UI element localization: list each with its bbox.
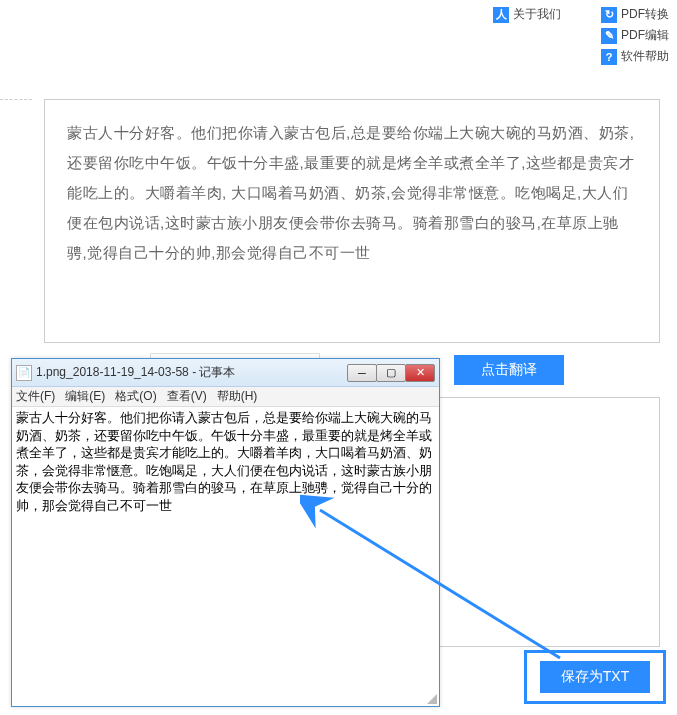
- top-button-bar: 人 关于我们 ↻ PDF转换 ✎ PDF编辑 ? 软件帮助: [493, 6, 669, 65]
- about-us-link[interactable]: 人 关于我们: [493, 6, 561, 23]
- notepad-window[interactable]: 📄 1.png_2018-11-19_14-03-58 - 记事本 ─ ▢ ✕ …: [11, 358, 440, 707]
- translate-button[interactable]: 点击翻译: [454, 355, 564, 385]
- ocr-text-panel: 蒙古人十分好客。他们把你请入蒙古包后,总是要给你端上大碗大碗的马奶酒、奶茶,还要…: [44, 99, 660, 343]
- save-as-txt-button[interactable]: 保存为TXT: [540, 661, 650, 693]
- menu-file[interactable]: 文件(F): [16, 388, 55, 405]
- pdf-convert-link[interactable]: ↻ PDF转换: [601, 6, 669, 23]
- help-link[interactable]: ? 软件帮助: [601, 48, 669, 65]
- pdf-edit-link[interactable]: ✎ PDF编辑: [601, 27, 669, 44]
- top-col-left: 人 关于我们: [493, 6, 561, 65]
- help-icon: ?: [601, 49, 617, 65]
- menu-view[interactable]: 查看(V): [167, 388, 207, 405]
- notepad-menubar: 文件(F) 编辑(E) 格式(O) 查看(V) 帮助(H): [12, 387, 439, 407]
- close-button[interactable]: ✕: [405, 364, 435, 382]
- top-col-right: ↻ PDF转换 ✎ PDF编辑 ? 软件帮助: [601, 6, 669, 65]
- edit-icon: ✎: [601, 28, 617, 44]
- menu-edit[interactable]: 编辑(E): [65, 388, 105, 405]
- save-txt-highlight: 保存为TXT: [524, 650, 666, 704]
- resize-grip-icon[interactable]: [425, 692, 437, 704]
- minimize-button[interactable]: ─: [347, 364, 377, 382]
- menu-help[interactable]: 帮助(H): [217, 388, 258, 405]
- person-icon: 人: [493, 7, 509, 23]
- convert-icon: ↻: [601, 7, 617, 23]
- notepad-text-area[interactable]: 蒙古人十分好客。他们把你请入蒙古包后，总是要给你端上大碗大碗的马奶酒、奶茶，还要…: [12, 407, 439, 706]
- menu-format[interactable]: 格式(O): [115, 388, 156, 405]
- maximize-button[interactable]: ▢: [376, 364, 406, 382]
- notepad-file-icon: 📄: [16, 365, 32, 381]
- help-label: 软件帮助: [621, 48, 669, 65]
- pdf-edit-label: PDF编辑: [621, 27, 669, 44]
- notepad-title-text: 1.png_2018-11-19_14-03-58 - 记事本: [36, 364, 348, 381]
- ocr-text-content: 蒙古人十分好客。他们把你请入蒙古包后,总是要给你端上大碗大碗的马奶酒、奶茶,还要…: [67, 118, 637, 268]
- dashed-separator: [0, 99, 32, 100]
- about-us-label: 关于我们: [513, 6, 561, 23]
- pdf-convert-label: PDF转换: [621, 6, 669, 23]
- notepad-titlebar[interactable]: 📄 1.png_2018-11-19_14-03-58 - 记事本 ─ ▢ ✕: [12, 359, 439, 387]
- window-controls: ─ ▢ ✕: [348, 364, 435, 382]
